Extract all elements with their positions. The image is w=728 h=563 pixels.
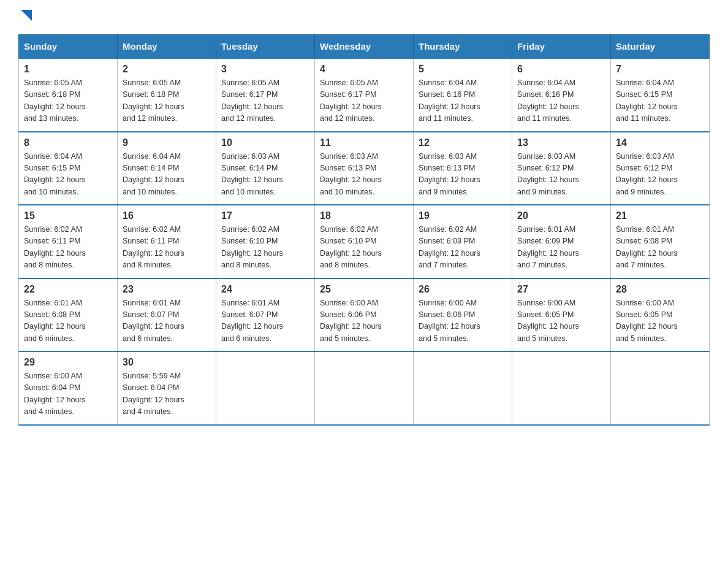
calendar-day-cell: 16 Sunrise: 6:02 AM Sunset: 6:11 PM Dayl…: [118, 205, 216, 278]
day-info: Sunrise: 6:00 AM Sunset: 6:06 PM Dayligh…: [320, 297, 408, 345]
day-number: 12: [419, 137, 507, 148]
calendar-day-cell: 10 Sunrise: 6:03 AM Sunset: 6:14 PM Dayl…: [216, 132, 315, 205]
calendar-day-cell: 24 Sunrise: 6:01 AM Sunset: 6:07 PM Dayl…: [216, 278, 315, 352]
calendar-day-cell: 22 Sunrise: 6:01 AM Sunset: 6:08 PM Dayl…: [19, 278, 118, 352]
day-header-thursday: Thursday: [414, 35, 512, 59]
day-header-monday: Monday: [118, 35, 216, 59]
calendar-day-cell: [611, 351, 710, 425]
day-number: 15: [24, 210, 112, 221]
day-number: 8: [24, 137, 112, 148]
calendar-day-cell: 13 Sunrise: 6:03 AM Sunset: 6:12 PM Dayl…: [512, 132, 611, 205]
day-info: Sunrise: 6:00 AM Sunset: 6:06 PM Dayligh…: [419, 297, 507, 345]
calendar-day-cell: 11 Sunrise: 6:03 AM Sunset: 6:13 PM Dayl…: [315, 132, 414, 205]
day-info: Sunrise: 6:03 AM Sunset: 6:12 PM Dayligh…: [616, 151, 704, 199]
day-number: 5: [419, 64, 507, 75]
day-info: Sunrise: 6:00 AM Sunset: 6:04 PM Dayligh…: [24, 370, 112, 418]
day-info: Sunrise: 6:04 AM Sunset: 6:16 PM Dayligh…: [517, 77, 605, 125]
calendar-week-row: 1 Sunrise: 6:05 AM Sunset: 6:18 PM Dayli…: [19, 58, 710, 132]
day-number: 3: [221, 64, 309, 75]
day-number: 27: [517, 284, 605, 295]
calendar-week-row: 15 Sunrise: 6:02 AM Sunset: 6:11 PM Dayl…: [19, 205, 710, 278]
day-info: Sunrise: 6:01 AM Sunset: 6:07 PM Dayligh…: [123, 297, 211, 345]
day-info: Sunrise: 6:02 AM Sunset: 6:10 PM Dayligh…: [221, 224, 309, 272]
calendar-table: SundayMondayTuesdayWednesdayThursdayFrid…: [18, 34, 710, 426]
calendar-day-cell: 12 Sunrise: 6:03 AM Sunset: 6:13 PM Dayl…: [414, 132, 512, 205]
calendar-day-cell: 15 Sunrise: 6:02 AM Sunset: 6:11 PM Dayl…: [19, 205, 118, 278]
calendar-day-cell: 4 Sunrise: 6:05 AM Sunset: 6:17 PM Dayli…: [315, 58, 414, 132]
day-info: Sunrise: 6:02 AM Sunset: 6:09 PM Dayligh…: [419, 224, 507, 272]
day-number: 30: [123, 357, 211, 368]
calendar-day-cell: 14 Sunrise: 6:03 AM Sunset: 6:12 PM Dayl…: [611, 132, 710, 205]
day-info: Sunrise: 6:04 AM Sunset: 6:16 PM Dayligh…: [419, 77, 507, 125]
day-info: Sunrise: 6:05 AM Sunset: 6:18 PM Dayligh…: [24, 77, 112, 125]
calendar-week-row: 22 Sunrise: 6:01 AM Sunset: 6:08 PM Dayl…: [19, 278, 710, 352]
logo-arrow-icon: [20, 9, 33, 22]
day-header-friday: Friday: [512, 35, 611, 59]
calendar-day-cell: 6 Sunrise: 6:04 AM Sunset: 6:16 PM Dayli…: [512, 58, 611, 132]
day-number: 6: [517, 64, 605, 75]
day-info: Sunrise: 6:03 AM Sunset: 6:13 PM Dayligh…: [320, 151, 408, 199]
calendar-day-cell: 3 Sunrise: 6:05 AM Sunset: 6:17 PM Dayli…: [216, 58, 315, 132]
calendar-day-cell: 8 Sunrise: 6:04 AM Sunset: 6:15 PM Dayli…: [19, 132, 118, 205]
day-number: 26: [419, 284, 507, 295]
day-info: Sunrise: 6:00 AM Sunset: 6:05 PM Dayligh…: [517, 297, 605, 345]
day-number: 10: [221, 137, 309, 148]
calendar-day-cell: 19 Sunrise: 6:02 AM Sunset: 6:09 PM Dayl…: [414, 205, 512, 278]
calendar-day-cell: 5 Sunrise: 6:04 AM Sunset: 6:16 PM Dayli…: [414, 58, 512, 132]
calendar-day-cell: [216, 351, 315, 425]
day-header-saturday: Saturday: [611, 35, 710, 59]
day-number: 7: [616, 64, 704, 75]
calendar-day-cell: [512, 351, 611, 425]
day-number: 2: [123, 64, 211, 75]
page-header: [18, 12, 710, 22]
calendar-day-cell: 28 Sunrise: 6:00 AM Sunset: 6:05 PM Dayl…: [611, 278, 710, 352]
day-info: Sunrise: 6:05 AM Sunset: 6:17 PM Dayligh…: [221, 77, 309, 125]
day-info: Sunrise: 6:03 AM Sunset: 6:12 PM Dayligh…: [517, 151, 605, 199]
day-number: 14: [616, 137, 704, 148]
day-number: 16: [123, 210, 211, 221]
day-number: 28: [616, 284, 704, 295]
calendar-day-cell: 20 Sunrise: 6:01 AM Sunset: 6:09 PM Dayl…: [512, 205, 611, 278]
day-number: 11: [320, 137, 408, 148]
day-number: 13: [517, 137, 605, 148]
day-number: 20: [517, 210, 605, 221]
day-number: 22: [24, 284, 112, 295]
day-number: 17: [221, 210, 309, 221]
day-number: 9: [123, 137, 211, 148]
day-info: Sunrise: 6:02 AM Sunset: 6:10 PM Dayligh…: [320, 224, 408, 272]
calendar-day-cell: 17 Sunrise: 6:02 AM Sunset: 6:10 PM Dayl…: [216, 205, 315, 278]
day-number: 18: [320, 210, 408, 221]
calendar-day-cell: 25 Sunrise: 6:00 AM Sunset: 6:06 PM Dayl…: [315, 278, 414, 352]
day-info: Sunrise: 6:00 AM Sunset: 6:05 PM Dayligh…: [616, 297, 704, 345]
day-header-wednesday: Wednesday: [315, 35, 414, 59]
day-number: 19: [419, 210, 507, 221]
day-info: Sunrise: 6:04 AM Sunset: 6:14 PM Dayligh…: [123, 151, 211, 199]
calendar-day-cell: 7 Sunrise: 6:04 AM Sunset: 6:15 PM Dayli…: [611, 58, 710, 132]
calendar-day-cell: 23 Sunrise: 6:01 AM Sunset: 6:07 PM Dayl…: [118, 278, 216, 352]
day-info: Sunrise: 6:02 AM Sunset: 6:11 PM Dayligh…: [24, 224, 112, 272]
svg-marker-0: [21, 10, 32, 21]
day-number: 21: [616, 210, 704, 221]
day-number: 23: [123, 284, 211, 295]
day-header-tuesday: Tuesday: [216, 35, 315, 59]
day-info: Sunrise: 6:02 AM Sunset: 6:11 PM Dayligh…: [123, 224, 211, 272]
day-info: Sunrise: 6:03 AM Sunset: 6:14 PM Dayligh…: [221, 151, 309, 199]
day-info: Sunrise: 6:01 AM Sunset: 6:07 PM Dayligh…: [221, 297, 309, 345]
day-number: 29: [24, 357, 112, 368]
day-header-sunday: Sunday: [19, 35, 118, 59]
calendar-day-cell: [315, 351, 414, 425]
calendar-day-cell: 26 Sunrise: 6:00 AM Sunset: 6:06 PM Dayl…: [414, 278, 512, 352]
day-info: Sunrise: 6:01 AM Sunset: 6:08 PM Dayligh…: [616, 224, 704, 272]
day-number: 4: [320, 64, 408, 75]
calendar-week-row: 29 Sunrise: 6:00 AM Sunset: 6:04 PM Dayl…: [19, 351, 710, 425]
day-number: 24: [221, 284, 309, 295]
day-info: Sunrise: 6:04 AM Sunset: 6:15 PM Dayligh…: [24, 151, 112, 199]
day-info: Sunrise: 6:05 AM Sunset: 6:17 PM Dayligh…: [320, 77, 408, 125]
calendar-day-cell: 18 Sunrise: 6:02 AM Sunset: 6:10 PM Dayl…: [315, 205, 414, 278]
calendar-week-row: 8 Sunrise: 6:04 AM Sunset: 6:15 PM Dayli…: [19, 132, 710, 205]
calendar-day-cell: [414, 351, 512, 425]
calendar-day-cell: 29 Sunrise: 6:00 AM Sunset: 6:04 PM Dayl…: [19, 351, 118, 425]
day-info: Sunrise: 5:59 AM Sunset: 6:04 PM Dayligh…: [123, 370, 211, 418]
calendar-day-cell: 21 Sunrise: 6:01 AM Sunset: 6:08 PM Dayl…: [611, 205, 710, 278]
calendar-day-cell: 30 Sunrise: 5:59 AM Sunset: 6:04 PM Dayl…: [118, 351, 216, 425]
